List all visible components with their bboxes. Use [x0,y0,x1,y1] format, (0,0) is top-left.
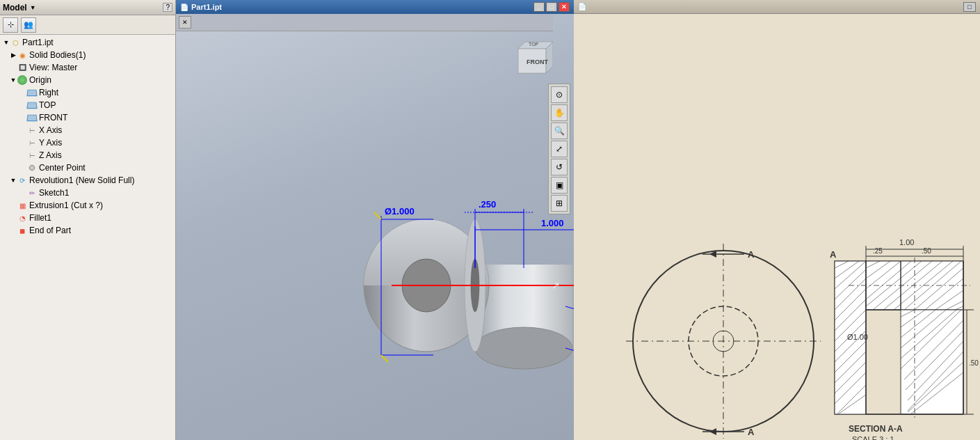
section-label-a-top: A [748,249,755,260]
svg-text:.250: .250 [479,199,496,210]
dim-dia-100: Ø1.00 [847,333,868,341]
minimize-button[interactable]: _ [533,2,545,12]
drawing-content: A A [574,14,980,440]
tree-item-front[interactable]: FRONT [0,111,175,124]
svg-line-30 [381,355,388,362]
part-window-title: Part1.ipt [191,3,222,11]
tree-item-origin[interactable]: ▼ Origin [0,74,175,86]
dropdown-arrow-icon[interactable]: ▼ [30,4,36,11]
svg-text:Ø1.000: Ø1.000 [385,206,415,217]
tree-item-sketch1[interactable]: ✏ Sketch1 [0,187,175,199]
tree-item-x-axis[interactable]: ⊢ X Axis [0,124,175,136]
tree-item-fillet1[interactable]: ◔ Fillet1 [0,212,175,224]
close-button[interactable]: ✕ [559,2,570,12]
svg-text:↗: ↗ [552,280,560,291]
maximize-button[interactable]: □ [546,2,557,12]
tree-item-z-axis[interactable]: ⊢ Z Axis [0,149,175,162]
part-window: 📄 Part1.ipt _ □ ✕ FRONT TOP [176,0,574,440]
drawing-titlebar: 📄 □ [574,0,980,14]
part-3d-view: .250 Ø1.000 1.000 Ø.500 ↗ [176,14,574,440]
tree-item-y-axis[interactable]: ⊢ Y Axis [0,136,175,149]
section-aa-label: SECTION A-A [849,424,903,434]
cursor-icon[interactable]: ⊹ [3,17,18,33]
viewport-area[interactable]: FRONT TOP ⊙ ✋ 🔍 ⤢ ↺ ▣ ⊞ [176,14,574,440]
technical-drawing: A A [574,14,980,440]
tree-item-extrusion1[interactable]: ▦ Extrusion1 (Cut x ?) [0,199,175,212]
tree-item-view-master[interactable]: 🔲 View: Master [0,61,175,74]
tree-item-solid-bodies[interactable]: ▶ ◉ Solid Bodies(1) [0,49,175,61]
tree-item-revolution1[interactable]: ▼ ⟳ Revolution1 (New Solid Full) [0,174,175,187]
svg-text:1.000: 1.000 [541,218,564,228]
model-title-label: Model [3,3,27,13]
section-label-a-bottom: A [748,427,755,437]
part-window-titlebar: 📄 Part1.ipt _ □ ✕ [176,0,574,14]
dim-100: 1.00 [899,238,914,246]
dim-50-top: .50 [922,247,931,255]
svg-rect-78 [901,310,963,414]
search-icon[interactable]: 👥 [21,17,36,33]
svg-line-33 [374,212,381,219]
tree-item-end-of-part[interactable]: ◼ End of Part [0,224,175,237]
model-tree: ▼ ⬡ Part1.ipt ▶ ◉ Solid Bodies(1) 🔲 View… [0,35,175,440]
help-icon[interactable]: ? [163,3,172,12]
drawing-maximize-button[interactable]: □ [963,2,976,12]
tree-item-right[interactable]: Right [0,86,175,99]
viewport-top-toolbar: ✕ [176,14,553,31]
section-a-label: A [830,249,837,260]
dim-50-side: .50 [969,359,979,367]
drawing-window: 📄 □ A A [574,0,980,440]
tree-item-top[interactable]: TOP [0,99,175,111]
model-toolbar: ⊹ 👥 [0,15,175,35]
model-panel: Model ▼ ? ⊹ 👥 ▼ ⬡ Part1.ipt ▶ ◉ Solid Bo… [0,0,176,440]
scale-label: SCALE 3 : 1 [852,435,894,440]
dim-25: .25 [873,247,883,255]
close-viewport-icon[interactable]: ✕ [179,16,191,29]
model-titlebar: Model ▼ ? [0,0,175,15]
tree-item-part1[interactable]: ▼ ⬡ Part1.ipt [0,36,175,49]
svg-point-7 [475,327,572,369]
tree-item-center-point[interactable]: Center Point [0,162,175,174]
